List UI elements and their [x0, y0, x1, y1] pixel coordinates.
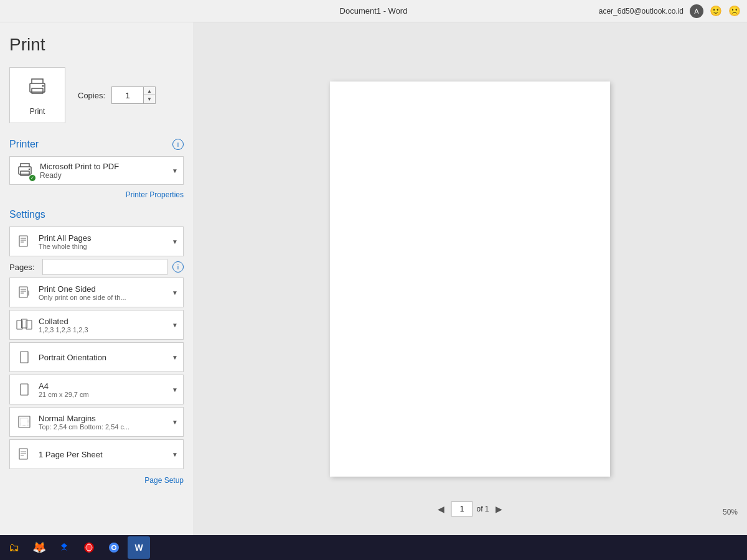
- print-one-sided-dropdown[interactable]: Print One Sided Only print on one side o…: [9, 278, 184, 307]
- margins-main: Normal Margins: [39, 414, 169, 423]
- main-content: Print Print Copies: 1: [0, 22, 747, 535]
- pages-info-icon[interactable]: i: [172, 261, 184, 273]
- svg-rect-10: [19, 287, 27, 297]
- copies-down-button[interactable]: ▼: [144, 95, 155, 103]
- pages-label: Pages:: [9, 263, 37, 272]
- svg-point-27: [87, 543, 92, 553]
- svg-marker-25: [61, 543, 67, 551]
- printer-status: Ready: [40, 171, 177, 180]
- copies-spinner: 1 ▲ ▼: [111, 86, 156, 104]
- print-all-pages-dropdown[interactable]: Print All Pages The whole thing ▼: [9, 226, 184, 256]
- pages-per-sheet-text: 1 Page Per Sheet: [39, 450, 169, 459]
- printer-name: Microsoft Print to PDF: [40, 162, 177, 171]
- collated-icon: [15, 318, 34, 332]
- print-all-pages-main: Print All Pages: [39, 233, 169, 243]
- print-button[interactable]: Print: [9, 67, 65, 123]
- taskbar-chrome[interactable]: [103, 536, 125, 559]
- copies-up-button[interactable]: ▲: [144, 87, 155, 95]
- page-preview: [330, 82, 610, 477]
- print-one-sided-icon: [15, 286, 34, 299]
- pages-row: Pages: i: [9, 259, 184, 275]
- printer-properties-area: Printer Properties: [9, 189, 184, 200]
- copies-label: Copies:: [78, 91, 105, 100]
- taskbar-opera[interactable]: [78, 536, 100, 559]
- printer-properties-link[interactable]: Printer Properties: [126, 190, 184, 199]
- svg-rect-4: [21, 171, 29, 175]
- current-page-input[interactable]: 1: [451, 502, 472, 516]
- taskbar-dropbox[interactable]: [53, 536, 75, 559]
- paper-size-arrow-icon: ▼: [172, 386, 178, 393]
- printer-icon-area: [16, 161, 34, 180]
- page-setup-area: Page Setup: [9, 474, 184, 485]
- paper-size-dropdown[interactable]: A4 21 cm x 29,7 cm ▼: [9, 375, 184, 404]
- print-one-sided-text: Print One Sided Only print on one side o…: [39, 284, 169, 301]
- print-all-pages-text: Print All Pages The whole thing: [39, 233, 169, 250]
- collated-dropdown[interactable]: Collated 1,2,3 1,2,3 1,2,3 ▼: [9, 310, 184, 340]
- taskbar-word[interactable]: W: [128, 536, 150, 559]
- preview-panel: ◀ 1 of 1 ▶ 50%: [193, 22, 747, 535]
- taskbar-firefox[interactable]: 🦊: [28, 536, 50, 559]
- pages-per-sheet-dropdown[interactable]: 1 Page Per Sheet ▼: [9, 439, 184, 469]
- print-all-pages-sub: The whole thing: [39, 243, 169, 250]
- svg-rect-21: [19, 449, 27, 459]
- copies-input[interactable]: 1: [112, 87, 143, 103]
- title-bar: Document1 - Word acer_6d50@outlook.co.id…: [0, 0, 747, 22]
- svg-rect-20: [21, 418, 28, 426]
- collated-text: Collated 1,2,3 1,2,3 1,2,3: [39, 317, 169, 334]
- print-button-label: Print: [30, 107, 45, 116]
- printer-section-title: Printer: [9, 139, 39, 150]
- print-all-pages-arrow-icon: ▼: [172, 238, 178, 245]
- collated-arrow-icon: ▼: [172, 322, 178, 329]
- printer-section-header: Printer i: [9, 139, 184, 150]
- pages-per-sheet-icon: [15, 447, 34, 461]
- total-pages: of 1: [476, 505, 489, 513]
- printer-dropdown-arrow-icon: ▼: [172, 167, 178, 174]
- svg-rect-6: [19, 236, 27, 246]
- happy-icon[interactable]: 🙂: [710, 5, 722, 17]
- print-one-sided-arrow-icon: ▼: [172, 289, 178, 296]
- orientation-text: Portrait Orientation: [39, 353, 169, 362]
- printer-info-icon[interactable]: i: [172, 139, 184, 150]
- print-all-pages-icon: [15, 235, 34, 248]
- printer-status-dot: [29, 174, 36, 182]
- prev-page-button[interactable]: ◀: [435, 503, 447, 515]
- preview-navigation: ◀ 1 of 1 ▶: [435, 502, 504, 516]
- pages-per-sheet-arrow-icon: ▼: [172, 451, 178, 458]
- user-initial[interactable]: A: [690, 4, 703, 18]
- taskbar-file-explorer[interactable]: 🗂: [3, 536, 26, 559]
- printer-info: Microsoft Print to PDF Ready: [40, 162, 177, 180]
- svg-rect-17: [21, 352, 28, 363]
- svg-point-31: [113, 546, 116, 549]
- svg-rect-18: [21, 384, 28, 395]
- next-page-button[interactable]: ▶: [493, 503, 505, 515]
- taskbar: 🗂 🦊 W: [0, 535, 747, 560]
- printer-dropdown[interactable]: Microsoft Print to PDF Ready ▼: [9, 156, 184, 185]
- left-panel: Print Print Copies: 1: [0, 22, 193, 535]
- page-setup-link[interactable]: Page Setup: [144, 476, 184, 485]
- orientation-dropdown[interactable]: Portrait Orientation ▼: [9, 342, 184, 372]
- pages-input[interactable]: [42, 259, 167, 275]
- collated-sub: 1,2,3 1,2,3 1,2,3: [39, 326, 169, 334]
- margins-sub: Top: 2,54 cm Bottom: 2,54 c...: [39, 423, 169, 431]
- orientation-arrow-icon: ▼: [172, 354, 178, 361]
- zoom-level: 50%: [723, 508, 738, 516]
- print-one-sided-sub: Only print on one side of th...: [39, 294, 169, 301]
- print-button-area: Print Copies: 1 ▲ ▼: [9, 67, 184, 123]
- margins-dropdown[interactable]: Normal Margins Top: 2,54 cm Bottom: 2,54…: [9, 407, 184, 437]
- page-title: Print: [9, 35, 184, 55]
- sad-icon[interactable]: 🙁: [728, 5, 741, 17]
- user-email: acer_6d50@outlook.co.id: [599, 7, 684, 16]
- paper-size-text: A4 21 cm x 29,7 cm: [39, 381, 169, 398]
- collated-main: Collated: [39, 317, 169, 326]
- orientation-icon: [15, 350, 34, 364]
- pages-per-sheet-main: 1 Page Per Sheet: [39, 450, 169, 459]
- margins-arrow-icon: ▼: [172, 419, 178, 426]
- margins-icon: [15, 415, 34, 429]
- margins-text: Normal Margins Top: 2,54 cm Bottom: 2,54…: [39, 414, 169, 431]
- orientation-main: Portrait Orientation: [39, 353, 169, 362]
- svg-point-5: [29, 169, 30, 170]
- copies-area: Copies: 1 ▲ ▼: [78, 86, 156, 104]
- svg-point-2: [42, 85, 44, 87]
- paper-size-main: A4: [39, 381, 169, 391]
- settings-title: Settings: [9, 209, 184, 220]
